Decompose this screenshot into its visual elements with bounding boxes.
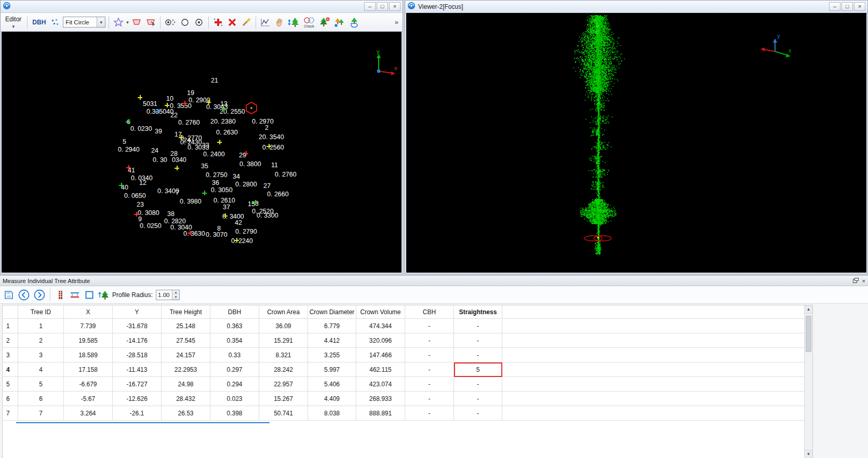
table-cell[interactable]: -14.176 <box>113 333 162 348</box>
table-cell[interactable]: 888.891 <box>356 406 405 421</box>
vertical-scrollbar[interactable]: ▲ ▼ <box>804 305 812 458</box>
scroll-up-icon[interactable]: ▲ <box>805 305 812 314</box>
circle-tool[interactable] <box>179 15 191 30</box>
spin-down-icon[interactable]: ▼ <box>172 295 179 300</box>
column-header[interactable]: Straightness <box>454 305 502 319</box>
table-cell[interactable]: -6.679 <box>64 377 113 392</box>
table-cell[interactable]: 19.585 <box>64 333 113 348</box>
row-number[interactable]: 5 <box>3 377 18 392</box>
point-scatter-icon[interactable] <box>49 15 61 30</box>
column-header[interactable]: Y <box>113 305 162 319</box>
tree-remove-tool[interactable] <box>332 15 346 30</box>
table-cell[interactable]: 18.589 <box>64 348 113 362</box>
column-header[interactable]: X <box>64 305 113 319</box>
table-cell[interactable]: 0.297 <box>210 362 259 377</box>
previous-tree-button[interactable] <box>17 288 31 302</box>
table-cell[interactable]: 5 <box>18 377 64 392</box>
table-cell[interactable]: - <box>454 392 502 406</box>
table-row[interactable]: 2219.585-14.17627.5450.35415.2914.412320… <box>3 333 804 348</box>
tree-move-tool[interactable] <box>287 15 301 30</box>
table-cell[interactable]: 15.267 <box>259 392 308 406</box>
circle-center-tool[interactable] <box>193 15 205 30</box>
table-cell[interactable]: 22.957 <box>259 377 308 392</box>
table-cell[interactable]: 26.53 <box>162 406 210 421</box>
profile-radius-spinbox[interactable]: 1.00 ▲ ▼ <box>156 290 180 300</box>
table-cell[interactable]: 28.432 <box>162 392 210 406</box>
extract-tree-button[interactable] <box>98 288 110 302</box>
minimize-button[interactable]: – <box>829 2 840 11</box>
save-button[interactable] <box>3 288 15 302</box>
table-cell[interactable]: -5.67 <box>64 392 113 406</box>
table-cell[interactable]: - <box>405 319 454 333</box>
row-number[interactable]: 1 <box>3 319 18 333</box>
measure-dbh-button[interactable] <box>69 288 81 302</box>
chevron-down-icon[interactable]: ▾ <box>126 20 129 25</box>
table-cell[interactable]: - <box>405 362 454 377</box>
table-cell[interactable]: 4 <box>18 362 64 377</box>
viewer1-scene[interactable]: y x 2119100. 290050310. 3550130. 304320.… <box>2 32 402 273</box>
table-cell[interactable]: 0.363 <box>210 319 259 333</box>
tree-add-tool[interactable] <box>317 15 331 30</box>
table-row[interactable]: 66-5.67-12.62628.4320.02315.2674.409268.… <box>3 392 804 406</box>
table-cell[interactable]: 28.242 <box>259 362 308 377</box>
table-cell[interactable]: 7.739 <box>64 319 113 333</box>
column-header[interactable]: DBH <box>210 305 259 319</box>
row-number[interactable]: 6 <box>3 392 18 406</box>
table-cell[interactable]: 2 <box>18 333 64 348</box>
table-row[interactable]: 4417.158-11.41322.29530.29728.2425.99746… <box>3 362 804 377</box>
column-header[interactable]: Crown Diameter <box>308 305 356 319</box>
float-panel-icon[interactable] <box>853 278 859 284</box>
table-cell[interactable]: - <box>454 319 502 333</box>
table-cell[interactable]: - <box>405 406 454 421</box>
table-cell[interactable]: 3.255 <box>308 348 356 362</box>
table-cell[interactable]: 6.779 <box>308 319 356 333</box>
table-cell[interactable]: - <box>454 406 502 421</box>
table-cell[interactable]: 4.412 <box>308 333 356 348</box>
table-cell[interactable]: 17.158 <box>64 362 113 377</box>
table-cell[interactable]: 320.096 <box>356 333 405 348</box>
add-point-tool[interactable] <box>212 15 224 30</box>
row-number[interactable]: 2 <box>3 333 18 348</box>
table-cell[interactable]: 8.038 <box>308 406 356 421</box>
table-row[interactable]: 117.739-31.67825.1480.36336.096.779474.3… <box>3 319 804 333</box>
table-cell[interactable]: 25.148 <box>162 319 210 333</box>
maximize-button[interactable]: □ <box>842 2 853 11</box>
fit-method-combobox[interactable]: Fit Circle ▾ <box>63 17 105 28</box>
table-cell[interactable]: - <box>454 348 502 362</box>
table-cell[interactable]: -28.518 <box>113 348 162 362</box>
table-cell[interactable]: 462.115 <box>356 362 405 377</box>
column-header[interactable]: CBH <box>405 305 454 319</box>
row-number[interactable]: 7 <box>3 406 18 421</box>
table-cell[interactable]: 36.09 <box>259 319 308 333</box>
profile-box-button[interactable] <box>83 288 96 302</box>
table-row[interactable]: 3318.589-28.51824.1570.338.3213.255147.4… <box>3 348 804 362</box>
table-cell[interactable]: - <box>405 377 454 392</box>
column-header[interactable]: Tree ID <box>18 305 64 319</box>
chevron-down-icon[interactable]: ▾ <box>97 17 105 27</box>
table-cell[interactable]: - <box>454 333 502 348</box>
table-cell[interactable]: 24.157 <box>162 348 210 362</box>
close-button[interactable]: × <box>389 2 400 11</box>
table-cell[interactable]: 5.406 <box>308 377 356 392</box>
table-cell[interactable]: 5 <box>454 362 502 377</box>
table-cell[interactable]: 8.321 <box>259 348 308 362</box>
table-cell[interactable]: 24.98 <box>162 377 210 392</box>
viewer1-titlebar[interactable]: – □ × <box>1 1 403 13</box>
scrollbar-thumb[interactable] <box>806 316 811 352</box>
table-cell[interactable]: 423.074 <box>356 377 405 392</box>
table-cell[interactable]: 268.933 <box>356 392 405 406</box>
polygon-select-tool[interactable] <box>130 15 143 30</box>
table-cell[interactable]: -31.678 <box>113 319 162 333</box>
table-cell[interactable]: 0.294 <box>210 377 259 392</box>
table-cell[interactable]: 15.291 <box>259 333 308 348</box>
viewer2-scene[interactable]: y x <box>406 13 866 273</box>
table-row[interactable]: 773.264-26.126.530.39850.7418.038888.891… <box>3 406 804 421</box>
panel-header[interactable]: Measure Individual Tree Attribute × <box>0 276 868 286</box>
table-cell[interactable]: 27.545 <box>162 333 210 348</box>
close-panel-icon[interactable]: × <box>862 278 865 284</box>
table-cell[interactable]: 1 <box>18 319 64 333</box>
column-header[interactable]: Crown Area <box>259 305 308 319</box>
tree-refresh-tool[interactable] <box>348 15 361 30</box>
table-cell[interactable]: 0.354 <box>210 333 259 348</box>
select-star-tool[interactable] <box>112 15 125 30</box>
